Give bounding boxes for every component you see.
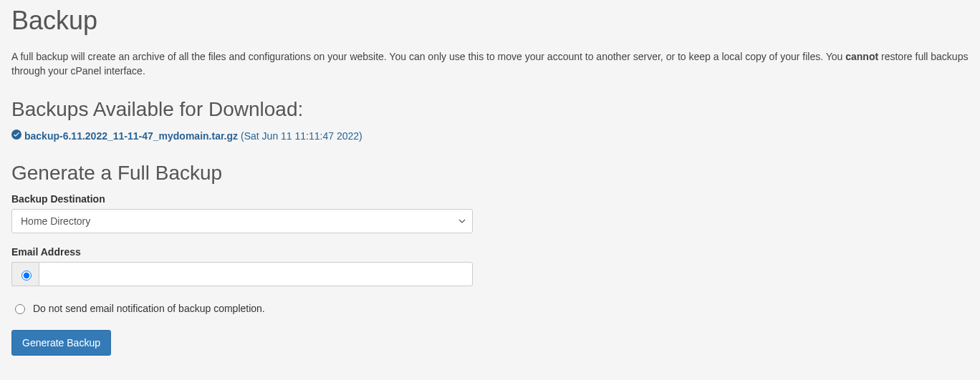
email-field[interactable] bbox=[39, 262, 473, 286]
dest-label: Backup Destination bbox=[11, 193, 473, 205]
backup-destination-select[interactable]: Home Directory bbox=[11, 209, 473, 233]
desc-text-strong: cannot bbox=[845, 51, 878, 62]
generate-heading: Generate a Full Backup bbox=[11, 162, 969, 185]
backup-download-link[interactable]: backup-6.11.2022_11-11-47_mydomain.tar.g… bbox=[24, 130, 238, 142]
generate-backup-button[interactable]: Generate Backup bbox=[11, 330, 111, 356]
page-description: A full backup will create an archive of … bbox=[11, 50, 969, 78]
no-email-label: Do not send email notification of backup… bbox=[33, 303, 265, 314]
desc-text-pre: A full backup will create an archive of … bbox=[11, 51, 845, 62]
no-email-radio[interactable] bbox=[15, 304, 25, 314]
check-circle-icon bbox=[11, 130, 21, 142]
page-title: Backup bbox=[11, 6, 969, 36]
email-radio-prefix[interactable] bbox=[11, 262, 39, 286]
send-email-radio[interactable] bbox=[21, 271, 32, 281]
backup-list-item: backup-6.11.2022_11-11-47_mydomain.tar.g… bbox=[11, 130, 969, 142]
email-label: Email Address bbox=[11, 246, 473, 258]
backup-date-label: (Sat Jun 11 11:11:47 2022) bbox=[241, 130, 362, 142]
available-heading: Backups Available for Download: bbox=[11, 98, 969, 121]
